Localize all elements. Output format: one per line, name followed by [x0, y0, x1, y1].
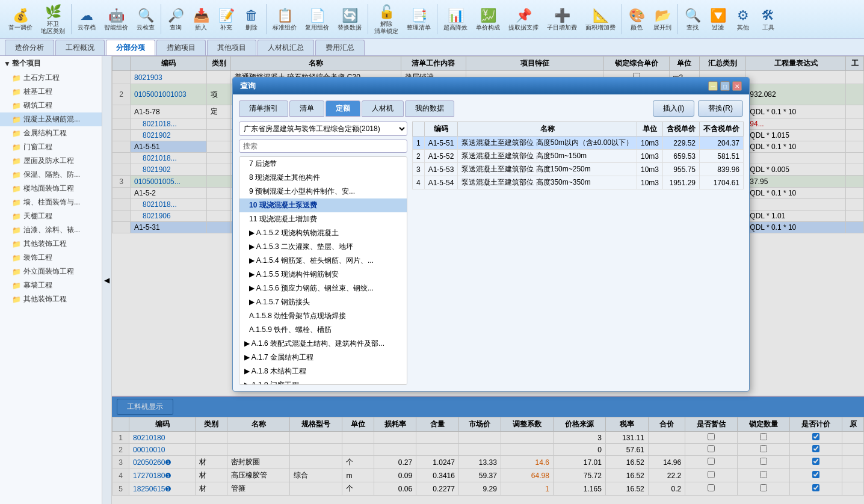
- tool-organize[interactable]: 📑 整理清单: [403, 7, 434, 32]
- result-row[interactable]: 4 A1-5-54 泵送混凝土至建筑部位 高度350m~350m 10m3 19…: [413, 176, 744, 189]
- sidebar-collapse-btn[interactable]: ◀: [102, 56, 112, 504]
- row-notax-price: 839.96: [700, 163, 744, 176]
- dialog-tab-labor[interactable]: 人材机: [362, 100, 404, 117]
- tree-node-158[interactable]: A.1.5.8 劲性骨架节点现场焊接: [239, 309, 407, 323]
- sidebar-item-floor[interactable]: 📁楼地面装饰工程: [0, 182, 102, 195]
- tree-node-10[interactable]: 10 现浇混凝土泵送费: [239, 198, 407, 212]
- dialog-tab-quota[interactable]: 定额: [326, 100, 360, 117]
- row-unit: 10m3: [637, 163, 663, 176]
- tool-env[interactable]: 🌿 环卫地区类别: [37, 3, 69, 36]
- tool-cloud-check[interactable]: 🔍 云检查: [133, 7, 158, 32]
- tool-find[interactable]: 🔍 查找: [680, 7, 705, 32]
- tool-tools[interactable]: 🛠 工具: [756, 7, 780, 32]
- dialog-title-text: 查询: [240, 81, 256, 91]
- sidebar-item-masonry[interactable]: 📁砌筑工程: [0, 99, 102, 112]
- tab-cost-summary[interactable]: 费用汇总: [315, 40, 365, 55]
- super-eff-icon: 📊: [448, 8, 464, 23]
- tool-unit-price[interactable]: 💹 单价构成: [472, 7, 504, 32]
- sidebar-item-concrete[interactable]: 📁混凝土及钢筋混...: [0, 112, 102, 126]
- sidebar-item-earthwork[interactable]: 📁土石方工程: [0, 71, 102, 85]
- tool-smart-price[interactable]: 🤖 智能组价: [100, 7, 132, 32]
- tree-node-8[interactable]: 8 现浇混凝土其他构件: [239, 171, 407, 185]
- tool-reuse-price[interactable]: 📄 复用组价: [301, 7, 333, 32]
- sidebar-item-facade[interactable]: 📁外立面装饰工程: [0, 265, 102, 278]
- tree-node-153[interactable]: ▶ A.1.5.3 二次灌浆、垫层、地坪: [239, 240, 407, 254]
- result-row[interactable]: 2 A1-5-52 泵送混凝土至建筑部位 高度50m~150m 10m3 659…: [413, 150, 744, 163]
- tab-measures[interactable]: 措施项目: [156, 40, 206, 55]
- tree-node-7[interactable]: 7 后浇带: [239, 157, 407, 171]
- dialog-tab-list-guide[interactable]: 清单指引: [239, 100, 288, 117]
- tree-node-a18[interactable]: ▶ A.1.8 木结构工程: [239, 364, 407, 378]
- dialog-tab-mydata[interactable]: 我的数据: [405, 100, 454, 117]
- sidebar-item-metal[interactable]: 📁金属结构工程: [0, 126, 102, 140]
- tree-node-11[interactable]: 11 现浇混凝土增加费: [239, 212, 407, 226]
- dialog-tab-list[interactable]: 清单: [289, 100, 324, 117]
- search-input[interactable]: [239, 140, 407, 153]
- quota-library-dropdown[interactable]: 广东省房屋建筑与装饰工程综合定额(2018): [239, 121, 407, 136]
- tool-insert[interactable]: 📥 插入: [189, 7, 213, 32]
- sidebar-item-door-window[interactable]: 📁门窗工程: [0, 140, 102, 154]
- tool-color[interactable]: 🎨 颜色: [625, 7, 649, 32]
- tree-node-152[interactable]: ▶ A.1.5.2 现浇构筑物混凝土: [239, 226, 407, 240]
- tool-first-price[interactable]: 💰 首一调价: [5, 7, 36, 32]
- row-notax-price: 581.51: [700, 150, 744, 163]
- tool-filter[interactable]: 🔽 过滤: [706, 7, 730, 32]
- sidebar-item-curtain[interactable]: 📁幕墙工程: [0, 278, 102, 292]
- replace-button[interactable]: 替换(R): [698, 100, 743, 117]
- tool-extract[interactable]: 📌 提取据支撑: [505, 7, 542, 32]
- tool-replace-data[interactable]: 🔄 替换数据: [334, 7, 365, 32]
- tool-area-fee[interactable]: 📐 面积增加费: [582, 7, 619, 32]
- tool-unlock[interactable]: 🔓 解除清单锁定: [371, 3, 402, 36]
- row-code: A1-5-54: [424, 176, 458, 189]
- tree-node-159[interactable]: A.1.5.9 铁件、螺栓、槽筋: [239, 323, 407, 337]
- tool-supplement[interactable]: 📝 补充: [214, 7, 238, 32]
- tree-label: ▶ A.1.5.4 钢筋笼、桩头钢筋、网片、...: [249, 256, 374, 266]
- tree-node-156[interactable]: ▶ A.1.5.6 预应力钢筋、钢丝束、钢绞...: [239, 281, 407, 295]
- sidebar-item-insulation[interactable]: 📁保温、隔热、防...: [0, 168, 102, 182]
- folder-icon: 📁: [12, 268, 21, 276]
- tool-cloud-save[interactable]: ☁ 云存档: [74, 7, 99, 32]
- dialog-body: 清单指引 清单 定额 人材机 我的数据 插入(I) 替换(R) 广东省房屋建筑与…: [233, 94, 749, 391]
- tree-node-a16[interactable]: ▶ A.1.6 装配式混凝土结构、建筑构件及部...: [239, 337, 407, 351]
- tree-node-a17[interactable]: ▶ A.1.7 金属结构工程: [239, 351, 407, 364]
- dialog-close-btn[interactable]: ✕: [732, 81, 742, 91]
- dialog-minimize-btn[interactable]: ─: [708, 81, 718, 91]
- insert-button[interactable]: 插入(I): [653, 100, 694, 117]
- tab-project-overview[interactable]: 工程概况: [55, 40, 105, 55]
- sidebar-item-other-deco2[interactable]: 📁其他装饰工程: [0, 292, 102, 306]
- tool-std-price[interactable]: 📋 标准组价: [269, 7, 300, 32]
- tab-other-items[interactable]: 其他项目: [207, 40, 256, 55]
- result-col-unit: 单位: [637, 122, 663, 137]
- sidebar-item-ceiling[interactable]: 📁天棚工程: [0, 209, 102, 223]
- sidebar-item-other-deco1[interactable]: 📁其他装饰工程: [0, 237, 102, 251]
- tool-super-eff[interactable]: 📊 超高降效: [440, 7, 471, 32]
- sidebar-item-roof[interactable]: 📁屋面及防水工程: [0, 154, 102, 168]
- tab-section-items[interactable]: 分部分项: [106, 40, 155, 55]
- tree-node-155[interactable]: ▶ A.1.5.5 现浇构件钢筋制安: [239, 268, 407, 281]
- tool-delete[interactable]: 🗑 删除: [239, 7, 264, 32]
- folder-icon: 📁: [12, 185, 21, 193]
- dialog-maximize-btn[interactable]: □: [720, 81, 730, 91]
- sidebar-item-decoration[interactable]: 📁装饰工程: [0, 251, 102, 265]
- sidebar-item-pile[interactable]: 📁桩基工程: [0, 85, 102, 99]
- result-row[interactable]: 1 A1-5-51 泵送混凝土至建筑部位 高度50m以内（含±0.00以下） 1…: [413, 137, 744, 150]
- tree-node-154[interactable]: ▶ A.1.5.4 钢筋笼、桩头钢筋、网片、...: [239, 254, 407, 268]
- sidebar-root[interactable]: ▼ 整个项目: [0, 56, 102, 71]
- tab-labor-material[interactable]: 人材机汇总: [258, 40, 314, 55]
- result-row[interactable]: 3 A1-5-53 泵送混凝土至建筑部位 高度150m~250m 10m3 95…: [413, 163, 744, 176]
- folder-icon: 📁: [12, 171, 21, 179]
- row-tax-price: 229.52: [663, 137, 700, 150]
- tool-expand[interactable]: 📂 展开到: [650, 7, 675, 32]
- tree-node-157[interactable]: ▶ A.1.5.7 钢筋接头: [239, 295, 407, 309]
- row-name: 泵送混凝土至建筑部位 高度350m~350m: [458, 176, 637, 189]
- folder-icon: 📁: [12, 143, 21, 152]
- tool-other[interactable]: ⚙ 其他: [731, 7, 755, 32]
- tab-cost-analysis[interactable]: 造价分析: [5, 40, 54, 55]
- tool-sub-fee[interactable]: ➕ 子目增加费: [543, 7, 581, 32]
- folder-icon: 📁: [12, 281, 21, 290]
- sidebar-item-paint[interactable]: 📁油漆、涂料、裱...: [0, 223, 102, 237]
- sidebar-item-wall[interactable]: 📁墙、柱面装饰与...: [0, 195, 102, 209]
- tree-node-a19[interactable]: ▶ A.1.9 门窗工程: [239, 378, 407, 385]
- tool-query[interactable]: 🔎 查询: [164, 7, 188, 32]
- tree-node-9[interactable]: 9 预制混凝土小型构件制作、安...: [239, 185, 407, 198]
